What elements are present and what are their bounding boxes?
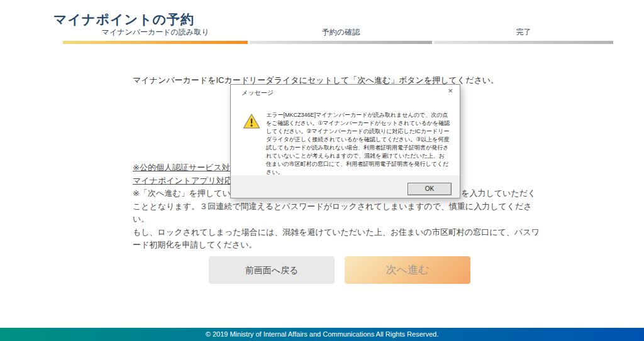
- progress-segment-pending-1: [250, 41, 432, 44]
- next-button[interactable]: 次へ進む: [345, 256, 470, 284]
- step-label-complete: 完了: [434, 27, 613, 38]
- ok-button[interactable]: OK: [408, 183, 452, 195]
- dialog-title: メッセージ: [242, 89, 274, 97]
- page-title: マイナポイントの予約: [53, 11, 194, 28]
- close-icon[interactable]: ×: [448, 87, 453, 95]
- footer-bar: © 2019 Ministry of Internal Affairs and …: [0, 328, 644, 341]
- copyright-text: © 2019 Ministry of Internal Affairs and …: [0, 328, 644, 341]
- progress-segment-active: [63, 41, 248, 44]
- mynapoint-reservation-page: マイナポイントの予約 マイナンバーカードの読み取り 予約の確認 完了 マイナンバ…: [0, 0, 644, 341]
- warning-icon: [243, 113, 260, 129]
- note-lock-warning: もし、ロックされてしまった場合には、混雑を避けていただいた上、お住まいの市区町村…: [133, 226, 543, 252]
- dialog-message: エラー[MKCZ346E]マイナンバーカードが読み取れませんので、次の点をご確認…: [266, 111, 450, 176]
- progress-segment-pending-2: [434, 41, 613, 44]
- step-label-card-reading: マイナンバーカードの読み取り: [63, 27, 248, 38]
- message-dialog: メッセージ × エラー[MKCZ346E]マイナンバーカードが読み取れませんので…: [230, 84, 460, 198]
- back-button[interactable]: 前画面へ戻る: [209, 256, 335, 284]
- step-label-confirm: 予約の確認: [250, 27, 432, 38]
